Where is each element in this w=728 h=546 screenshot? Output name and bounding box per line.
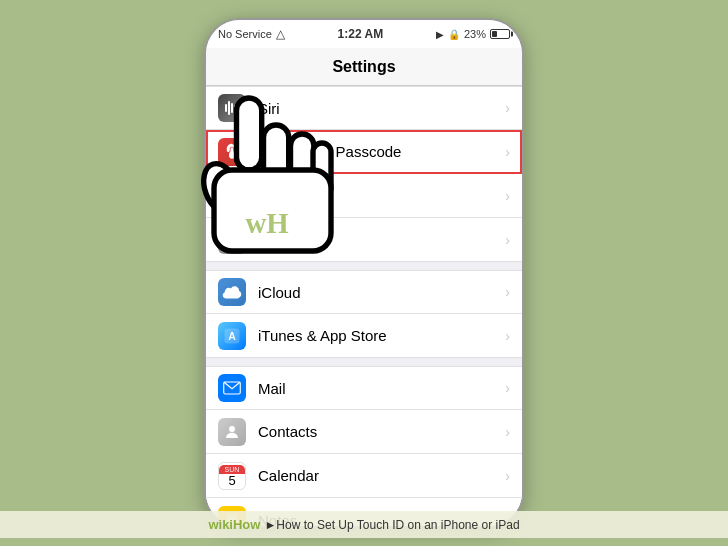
settings-item-touchid[interactable]: Touch ID & Passcode › bbox=[206, 130, 522, 174]
settings-item-itunes[interactable]: A iTunes & App Store › bbox=[206, 314, 522, 358]
status-right: ▶ 🔒 23% bbox=[436, 28, 510, 40]
privacy-icon bbox=[218, 226, 246, 254]
settings-item-contacts[interactable]: Contacts › bbox=[206, 410, 522, 454]
contacts-chevron: › bbox=[505, 424, 510, 440]
icloud-svg bbox=[222, 285, 242, 299]
status-left: No Service △ bbox=[218, 27, 285, 41]
mail-chevron: › bbox=[505, 380, 510, 396]
carrier-text: No Service bbox=[218, 28, 272, 40]
contacts-icon bbox=[218, 418, 246, 446]
location-icon: ▶ bbox=[436, 29, 444, 40]
itunes-icon: A bbox=[218, 322, 246, 350]
siri-label: Siri bbox=[258, 100, 505, 117]
settings-item-calendar[interactable]: SUN 5 Calendar › bbox=[206, 454, 522, 498]
settings-item-mail[interactable]: Mail › bbox=[206, 366, 522, 410]
icloud-icon bbox=[218, 278, 246, 306]
wikihow-tagline: ► bbox=[264, 518, 276, 532]
siri-icon bbox=[218, 94, 246, 122]
battery-icon bbox=[490, 29, 510, 39]
calendar-chevron: › bbox=[505, 468, 510, 484]
icloud-chevron: › bbox=[505, 284, 510, 300]
contacts-svg bbox=[223, 423, 241, 441]
privacy-svg bbox=[223, 231, 241, 249]
battery-fill bbox=[492, 31, 497, 37]
page-title: Settings bbox=[332, 58, 395, 76]
settings-group-2: iCloud › A iTunes & App Store › bbox=[206, 270, 522, 358]
siri-wave bbox=[225, 101, 239, 115]
page-wrapper: No Service △ 1:22 AM ▶ 🔒 23% Settings bbox=[0, 0, 728, 546]
battery-svg bbox=[223, 189, 241, 203]
wikihow-logo: wikiHow bbox=[208, 517, 260, 532]
itunes-chevron: › bbox=[505, 328, 510, 344]
settings-item-icloud[interactable]: iCloud › bbox=[206, 270, 522, 314]
svg-rect-2 bbox=[225, 191, 233, 200]
svg-point-7 bbox=[229, 426, 235, 432]
wikihow-description: How to Set Up Touch ID on an iPhone or i… bbox=[276, 518, 519, 532]
touchid-svg bbox=[223, 143, 241, 161]
status-time: 1:22 AM bbox=[338, 27, 384, 41]
battery-percent: 23% bbox=[464, 28, 486, 40]
status-bar: No Service △ 1:22 AM ▶ 🔒 23% bbox=[206, 20, 522, 48]
svg-point-0 bbox=[229, 151, 235, 159]
mail-svg bbox=[223, 381, 241, 395]
svg-rect-3 bbox=[238, 193, 240, 198]
iphone-frame: No Service △ 1:22 AM ▶ 🔒 23% Settings bbox=[204, 18, 524, 528]
itunes-label: iTunes & App Store bbox=[258, 327, 505, 344]
privacy-label: Privacy bbox=[258, 231, 505, 248]
settings-list: Siri › Touch ID & Passcode › bbox=[206, 86, 522, 526]
navigation-bar: Settings bbox=[206, 48, 522, 86]
siri-chevron: › bbox=[505, 100, 510, 116]
contacts-label: Contacts bbox=[258, 423, 505, 440]
calendar-label: Calendar bbox=[258, 467, 505, 484]
icloud-label: iCloud bbox=[258, 284, 505, 301]
settings-item-battery[interactable]: Battery › bbox=[206, 174, 522, 218]
calendar-icon: SUN 5 bbox=[218, 462, 246, 490]
wikihow-watermark-bar: wikiHow ► How to Set Up Touch ID on an i… bbox=[0, 511, 728, 538]
settings-group-1: Siri › Touch ID & Passcode › bbox=[206, 86, 522, 262]
touchid-icon bbox=[218, 138, 246, 166]
settings-item-privacy[interactable]: Privacy › bbox=[206, 218, 522, 262]
battery-label: Battery bbox=[258, 187, 505, 204]
mail-icon bbox=[218, 374, 246, 402]
settings-group-3: Mail › Contacts › SUN bbox=[206, 366, 522, 526]
svg-text:A: A bbox=[228, 329, 236, 341]
battery-chevron: › bbox=[505, 188, 510, 204]
privacy-chevron: › bbox=[505, 232, 510, 248]
lock-icon: 🔒 bbox=[448, 29, 460, 40]
itunes-svg: A bbox=[223, 327, 241, 345]
settings-item-siri[interactable]: Siri › bbox=[206, 86, 522, 130]
mail-label: Mail bbox=[258, 380, 505, 397]
wifi-icon: △ bbox=[276, 27, 285, 41]
calendar-date: 5 bbox=[228, 474, 235, 487]
touchid-chevron: › bbox=[505, 144, 510, 160]
touchid-label: Touch ID & Passcode bbox=[258, 143, 505, 160]
battery-settings-icon bbox=[218, 182, 246, 210]
